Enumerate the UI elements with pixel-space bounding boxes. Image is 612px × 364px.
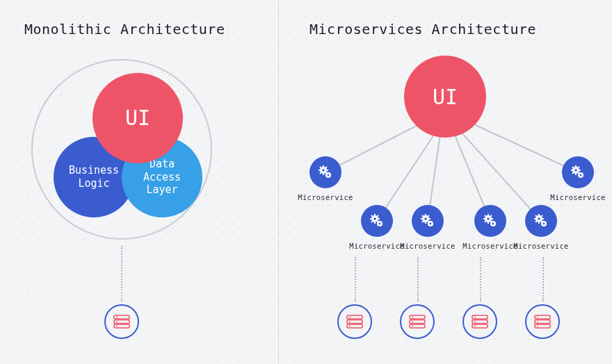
microservice-node-4 [474,205,506,237]
svg-line-44 [422,215,424,217]
svg-line-70 [536,222,537,223]
ui-circle-monolith: UI [92,73,183,163]
svg-point-99 [474,317,476,318]
svg-point-95 [412,326,413,327]
gears-icon [317,164,334,181]
svg-point-75 [580,174,582,176]
svg-point-26 [373,217,376,220]
svg-point-27 [379,223,381,225]
dotted-connector-ms-2 [417,257,419,301]
microservices-diagram: UI Microservice Microservice Microservic… [292,49,598,354]
svg-point-87 [349,317,351,318]
microservice-node-2 [361,205,393,237]
svg-line-81 [579,173,580,174]
svg-line-83 [579,167,580,168]
svg-line-82 [572,173,574,174]
svg-line-32 [371,215,373,217]
business-logic-label: Business Logic [69,164,119,190]
svg-line-45 [428,222,430,223]
database-icon [346,315,363,329]
ui-label-monolith: UI [125,105,150,131]
gears-icon [482,213,499,229]
svg-line-35 [378,215,379,217]
database-icon [113,315,130,329]
gears-icon [533,213,549,229]
server-icon-ms-2 [400,304,435,339]
dotted-connector-ms-1 [355,257,356,301]
heading-microservices: Microservices Architecture [309,21,536,38]
svg-line-68 [536,215,537,217]
ui-label-microservices: UI [433,85,458,109]
microservice-label-1: Microservice [298,193,353,201]
database-icon [409,315,426,329]
server-icon-ms-1 [337,304,372,339]
svg-point-38 [424,217,427,220]
server-icon-ms-3 [462,304,497,339]
microservice-node-5 [525,205,557,237]
microservice-label-5: Microservice [513,242,569,250]
monolithic-diagram: Business Logic Data Access Layer UI [24,52,219,247]
data-access-label: Data Access Layer [143,158,181,197]
microservice-node-6 [562,156,594,188]
gears-icon [570,164,586,181]
microservice-label-6: Microservice [550,193,606,201]
server-icon-ms-4 [525,304,560,339]
svg-line-71 [542,215,543,217]
svg-line-33 [378,222,379,223]
svg-point-88 [349,321,351,322]
vertical-divider [278,0,279,364]
heading-monolithic: Monolithic Architecture [24,21,225,38]
database-icon [472,315,488,329]
svg-line-22 [320,173,321,174]
svg-point-94 [412,321,413,322]
gears-icon [419,213,436,229]
microservice-node-1 [309,156,341,188]
svg-point-93 [412,317,413,318]
svg-line-20 [320,167,321,168]
ui-circle-microservices: UI [404,56,486,138]
microservice-node-3 [412,205,444,237]
svg-point-3 [116,317,118,318]
svg-point-62 [538,217,540,220]
database-icon [534,315,551,329]
dotted-connector-ms-4 [542,257,544,301]
svg-line-80 [572,167,574,168]
svg-point-15 [328,174,330,176]
svg-point-106 [537,321,538,322]
svg-line-56 [485,215,486,217]
svg-point-101 [474,326,476,327]
svg-point-89 [349,326,351,327]
server-icon-monolith [104,304,139,339]
svg-line-23 [326,167,328,168]
svg-point-63 [543,223,545,225]
svg-line-59 [491,215,492,217]
svg-point-107 [537,326,538,327]
svg-point-4 [116,321,118,322]
svg-point-39 [430,223,432,225]
microservice-label-3: Microservice [400,242,456,250]
svg-point-50 [487,217,490,220]
svg-line-58 [485,222,486,223]
svg-point-74 [574,169,577,172]
svg-line-47 [428,215,430,217]
svg-point-105 [537,317,538,318]
gears-icon [369,213,385,229]
dotted-connector-ms-3 [480,257,481,301]
svg-line-34 [371,222,373,223]
svg-point-100 [474,321,476,322]
microservice-label-4: Microservice [462,242,518,250]
svg-line-21 [326,173,328,174]
svg-point-51 [492,223,494,225]
svg-line-57 [491,222,492,223]
svg-line-69 [542,222,543,223]
microservice-label-2: Microservice [349,242,405,250]
svg-point-5 [116,326,118,327]
svg-line-46 [422,222,424,223]
svg-point-14 [322,169,325,172]
dotted-connector-monolith [121,246,122,301]
